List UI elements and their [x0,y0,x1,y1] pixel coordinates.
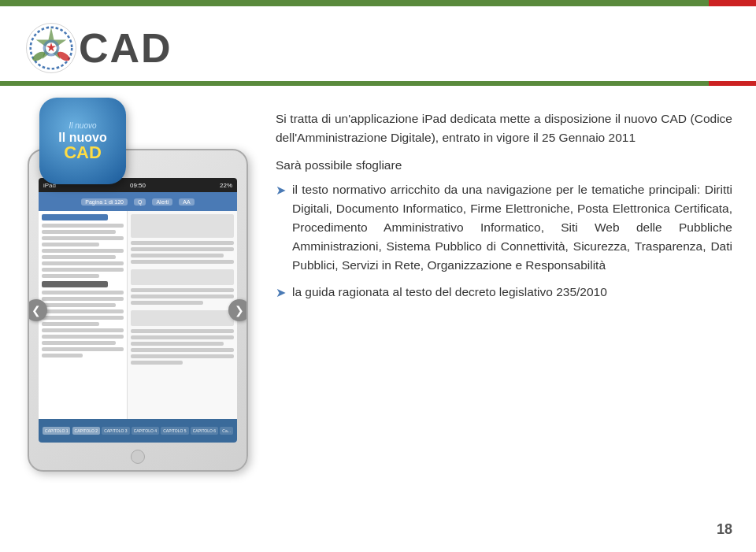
ipad-tab-4[interactable]: CAPITOLO 4 [132,427,159,435]
ipad-font-button[interactable]: AA [179,198,194,206]
bullet-text-2: la guida ragionata al testo del decreto … [292,283,732,302]
ipad-nav-label[interactable]: Pagina 1 di 120 [81,198,128,206]
ipad-status-center: 09:50 [130,182,146,189]
ipad-text-line [42,243,99,246]
ipad-tab-1[interactable]: CAPITOLO 1 [43,427,70,435]
bullet-arrow-icon: ➤ [276,181,286,201]
ipad-right-col [128,211,237,443]
top-bar-red [709,0,756,6]
ipad-tab-6[interactable]: CAPITOLO 6 [191,427,218,435]
left-panel: Il nuovo Il nuovo CAD ❮ ❯ iPad 09:50 22% [24,109,252,536]
ipad-text-line [42,255,116,259]
ipad-right-box-1 [131,214,234,238]
nav-arrow-right[interactable]: ❯ [228,299,248,321]
ipad-text-line [42,261,124,265]
top-bar-green [0,0,709,6]
ipad-right-box-3 [131,310,234,326]
ipad-text-line [42,224,124,228]
ipad-home-button[interactable] [131,450,145,464]
ipad-tab-2[interactable]: CAPITOLO 2 [72,427,100,435]
ipad-text-line [42,268,124,272]
ipad-left-col [39,211,128,443]
ipad-section-header-2 [42,281,108,287]
arrow-right-icon: ❯ [235,304,244,317]
ipad-right-box-2 [131,269,234,285]
top-bar [0,0,756,6]
ipad-content-area [39,211,237,443]
divider-red [709,81,756,86]
ipad-frame: ❮ ❯ iPad 09:50 22% Pagina 1 di 120 Q Ale… [28,149,248,472]
intro-paragraph: Si tratta di un'applicazione iPad dedica… [276,109,732,147]
ipad-screen: iPad 09:50 22% Pagina 1 di 120 Q Alerti … [39,178,237,443]
divider-green [0,81,709,86]
ipad-text-line [42,274,99,278]
bullet-arrow-icon: ➤ [276,283,286,303]
right-panel: Si tratta di un'applicazione iPad dedica… [276,109,732,536]
list-item: ➤ la guida ragionata al testo del decret… [276,283,732,303]
ipad-section-header-1 [42,214,108,220]
ipad-nav-bar: Pagina 1 di 120 Q Alerti AA [39,192,237,211]
app-icon-cad: CAD [64,144,102,161]
ipad-text-line [42,249,124,253]
header-divider [0,81,756,86]
ipad-tab-5[interactable]: CAPITOLO 5 [161,427,188,435]
ipad-search-button[interactable]: Q [134,198,146,206]
app-icon-line1: Il nuovo [69,121,96,130]
ipad-status-right: 22% [220,182,232,189]
sara-possible: Sarà possibile sfogliare [276,158,732,172]
bullet-text-1: il testo normativo arricchito da una nav… [292,180,732,275]
bullet-list: ➤ il testo normativo arricchito da una n… [276,180,732,311]
app-icon: Il nuovo Il nuovo CAD [39,98,126,184]
header: CAD [0,6,756,81]
main-content: Il nuovo Il nuovo CAD ❮ ❯ iPad 09:50 22% [0,86,756,552]
page-title: CAD [79,24,172,72]
ipad-alerts-button[interactable]: Alerti [152,198,172,206]
list-item: ➤ il testo normativo arricchito da una n… [276,180,732,275]
arrow-left-icon: ❮ [32,304,41,317]
ipad-text-line [42,236,124,240]
page-number: 18 [717,521,732,538]
ipad-tab-3[interactable]: CAPITOLO 3 [102,427,129,435]
republic-emblem [24,20,79,76]
ipad-bottom-nav: CAPITOLO 1 CAPITOLO 2 CAPITOLO 3 CAPITOL… [39,419,237,443]
ipad-text-line [42,230,116,234]
ipad-tab-7[interactable]: Ca... [220,427,233,435]
